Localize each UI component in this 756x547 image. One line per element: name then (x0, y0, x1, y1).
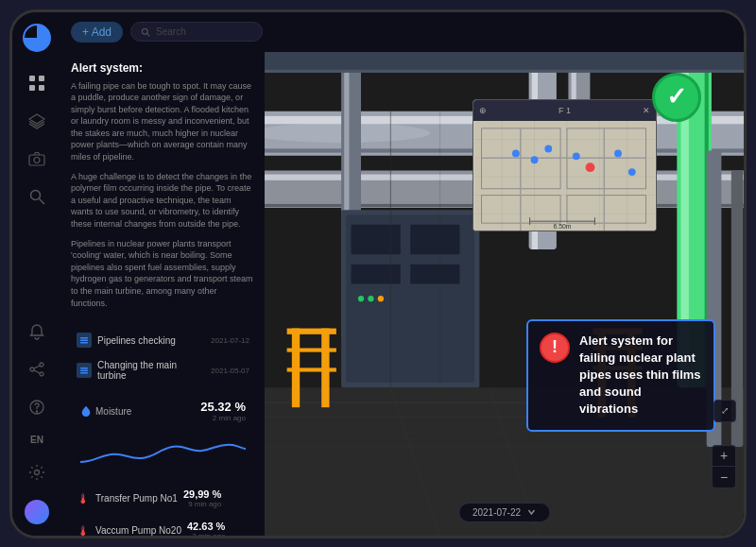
svg-point-15 (35, 470, 40, 474)
svg-point-99 (628, 168, 636, 176)
sidebar: EN (12, 12, 61, 536)
zoom-out-button[interactable]: − (713, 467, 735, 487)
pump-value-2: 42.63 % (187, 521, 225, 532)
svg-point-16 (142, 28, 147, 34)
svg-rect-4 (29, 155, 44, 165)
recent-item-pipelines[interactable]: Pipelines checking 2021-07-12 (71, 328, 255, 352)
svg-point-96 (573, 152, 580, 160)
content-area: Alert system: A failing pipe can be toug… (61, 52, 744, 536)
svg-point-10 (40, 372, 43, 376)
alert-paragraph-3: Pipelines in nuclear power plants transp… (71, 238, 255, 310)
svg-point-64 (358, 296, 364, 301)
svg-point-95 (544, 145, 552, 152)
zoom-controls: + − (712, 445, 736, 488)
search-icon (141, 27, 150, 37)
map-title: F 1 (558, 106, 571, 115)
add-button[interactable]: + Add (71, 22, 123, 43)
user-avatar[interactable] (25, 500, 49, 524)
sidebar-icon-grid[interactable] (26, 73, 47, 94)
main-content: + Add Search Alert system: A failing pip… (61, 12, 744, 536)
language-selector[interactable]: EN (30, 435, 43, 445)
chevron-down-icon (526, 507, 536, 517)
alert-card: ! Alert system for failing nuclear plant… (526, 319, 715, 432)
svg-rect-34 (287, 328, 336, 333)
svg-rect-72 (265, 69, 744, 72)
moisture-value: 25.32 % (200, 400, 246, 414)
map-nav-icon: ⊕ (479, 106, 487, 115)
svg-point-14 (36, 410, 37, 411)
svg-rect-1 (39, 76, 44, 81)
svg-rect-23 (80, 372, 88, 374)
svg-rect-75 (474, 121, 656, 231)
svg-point-98 (614, 149, 622, 157)
svg-rect-61 (410, 224, 459, 253)
svg-rect-36 (287, 368, 336, 371)
sidebar-icon-bell[interactable] (26, 321, 47, 342)
zoom-in-button[interactable]: + (713, 446, 735, 467)
check-symbol: ✓ (666, 82, 687, 111)
right-area: ⊕ F 1 ✕ (265, 52, 744, 536)
check-badge: ✓ (652, 73, 701, 122)
svg-rect-0 (29, 76, 35, 81)
pump-item-1[interactable]: 🌡 Transfer Pump No1 29,99 % 9 min ago (71, 484, 255, 513)
alert-exclamation-icon: ! (540, 333, 570, 363)
sidebar-icon-share[interactable] (26, 359, 47, 380)
alert-paragraph-1: A failing pipe can be tough to spot. It … (71, 80, 255, 163)
svg-point-9 (30, 368, 34, 371)
pump-item-2[interactable]: 🌡 Vaccum Pump No20 42.63 % 3 min ago (71, 516, 255, 535)
sidebar-icon-layers[interactable] (26, 111, 47, 131)
app-logo[interactable] (23, 24, 51, 52)
map-svg: 6.50m (473, 121, 656, 231)
recent-item-label-1: Changing the main turbine (97, 360, 205, 381)
svg-point-8 (40, 363, 43, 367)
svg-point-65 (368, 296, 373, 301)
svg-rect-63 (410, 264, 459, 283)
recent-item-date-0: 2021-07-12 (211, 336, 249, 345)
recent-item-icon-2 (77, 363, 92, 378)
sidebar-icon-help[interactable] (26, 397, 47, 418)
moisture-icon (80, 405, 92, 417)
left-panel: Alert system: A failing pipe can be toug… (61, 52, 265, 536)
recent-item-icon (77, 333, 92, 348)
map-body: 6.50m (473, 121, 656, 231)
svg-point-97 (586, 162, 595, 172)
date-bar[interactable]: 2021-07-22 (458, 503, 550, 522)
svg-text:6.50m: 6.50m (553, 223, 571, 230)
search-placeholder: Search (156, 26, 186, 37)
moisture-label: Moisture (80, 405, 131, 417)
date-label: 2021-07-22 (472, 507, 521, 518)
pump-icon-temp-2: 🌡 (77, 523, 90, 536)
map-widget[interactable]: ⊕ F 1 ✕ (472, 99, 657, 231)
svg-point-6 (31, 190, 41, 199)
search-bar[interactable]: Search (130, 22, 263, 42)
svg-rect-3 (39, 85, 44, 91)
svg-rect-21 (80, 368, 88, 369)
pump-time-2: 3 min ago (187, 532, 225, 535)
svg-rect-60 (352, 224, 401, 253)
pump-icon-temp-1: 🌡 (77, 491, 90, 506)
svg-line-12 (34, 370, 40, 373)
svg-rect-20 (80, 342, 88, 344)
svg-line-17 (146, 33, 149, 36)
svg-point-66 (378, 296, 384, 301)
moisture-widget: Moisture 25.32 % 2 min ago (71, 392, 255, 481)
map-close-icon[interactable]: ✕ (643, 106, 650, 115)
alert-system-title: Alert system: (71, 61, 255, 75)
recent-item-date-1: 2021-05-07 (211, 367, 249, 375)
moisture-time: 2 min ago (200, 414, 246, 422)
expand-button[interactable]: ⤢ (713, 400, 736, 422)
alert-card-text: Alert system for failing nuclear plant p… (579, 333, 702, 419)
sidebar-icon-camera[interactable] (26, 148, 47, 169)
recent-item-turbine[interactable]: Changing the main turbine 2021-05-07 (71, 355, 255, 385)
expand-icon: ⤢ (721, 405, 729, 416)
svg-rect-35 (287, 348, 336, 351)
svg-rect-62 (352, 264, 401, 283)
pump-name-1: Transfer Pump No1 (95, 493, 178, 504)
recent-item-label-0: Pipelines checking (97, 335, 205, 346)
map-header: ⊕ F 1 ✕ (473, 100, 656, 121)
svg-line-7 (40, 198, 45, 204)
pump-time-1: 9 min ago (183, 500, 221, 508)
moisture-chart (80, 426, 246, 473)
sidebar-icon-search[interactable] (26, 186, 47, 207)
sidebar-icon-settings[interactable] (26, 462, 47, 483)
